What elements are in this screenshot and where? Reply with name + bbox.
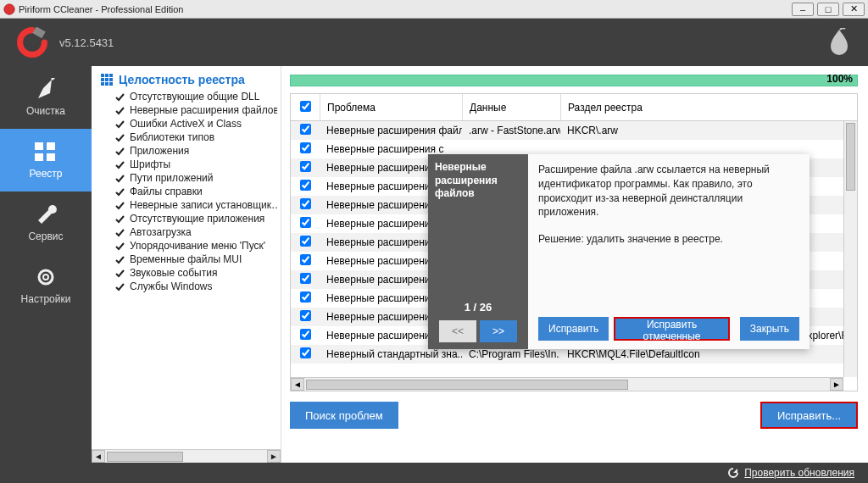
search-problems-button[interactable]: Поиск проблем	[290, 402, 398, 429]
checklist-item-label: Библиотеки типов	[130, 131, 214, 143]
sidebar-item-tools[interactable]: Сервис	[0, 192, 92, 254]
status-bar: Проверить обновления	[0, 463, 868, 483]
progress-bar	[290, 75, 858, 86]
svg-rect-4	[47, 142, 55, 150]
close-button[interactable]: ✕	[843, 3, 865, 16]
sidebar-item-label: Сервис	[28, 230, 63, 242]
checklist-item[interactable]: Временные файлы MUI	[100, 253, 277, 266]
svg-line-2	[52, 78, 57, 80]
sidebar-item-cleaner[interactable]: Очистка	[0, 66, 92, 129]
checkmark-icon	[115, 147, 125, 156]
checklist-item-label: Файлы справки	[130, 186, 203, 197]
cell-data: .arw - FastStone.arw	[462, 125, 560, 136]
checkmark-icon	[115, 133, 125, 142]
grid-icon	[33, 141, 58, 163]
select-all-checkbox[interactable]	[300, 101, 311, 112]
vscroll-thumb[interactable]	[846, 123, 855, 191]
checklist-item[interactable]: Файлы справки	[100, 185, 277, 198]
piriform-logo	[827, 28, 851, 57]
cell-problem: Неверные расширения с	[320, 143, 462, 155]
checkmark-icon	[115, 282, 125, 291]
checklist-item-label: Неверные записи установщик…	[130, 199, 277, 211]
checklist-item[interactable]: Автозагрузка	[100, 225, 277, 239]
table-hscrollbar[interactable]: ◄ ►	[291, 377, 843, 391]
check-updates-link[interactable]: Проверить обновления	[744, 467, 854, 479]
checklist-item[interactable]: Ошибки ActiveX и Class	[100, 117, 277, 130]
row-checkbox[interactable]	[300, 124, 311, 135]
maximize-button[interactable]: □	[817, 3, 839, 16]
row-checkbox[interactable]	[300, 198, 311, 209]
popup-next-button[interactable]: >>	[480, 320, 517, 342]
checklist-item[interactable]: Звуковые события	[100, 266, 277, 280]
checkmark-icon	[115, 119, 125, 129]
popup-close-button[interactable]: Закрыть	[740, 317, 799, 341]
row-checkbox[interactable]	[300, 329, 311, 340]
row-checkbox[interactable]	[300, 236, 311, 247]
scroll-right-arrow[interactable]: ►	[267, 450, 281, 463]
sidebar-item-options[interactable]: Настройки	[0, 254, 92, 317]
checklist-item[interactable]: Отсутствующие приложения	[100, 212, 277, 225]
table-row[interactable]: Неверные расширения файлов .arw - FastSt…	[291, 121, 843, 140]
col-header-problem[interactable]: Проблема	[320, 94, 462, 120]
checklist-item-label: Временные файлы MUI	[130, 253, 242, 265]
version-label: v5.12.5431	[59, 36, 827, 49]
app-icon	[3, 3, 15, 15]
svg-rect-15	[101, 82, 104, 86]
checklist-item-label: Отсутствующие общие DLL	[130, 91, 259, 103]
popup-fix-button[interactable]: Исправить	[538, 317, 609, 341]
ccleaner-logo	[17, 27, 47, 58]
row-checkbox[interactable]	[300, 217, 311, 228]
checkmark-icon	[115, 255, 125, 264]
app-header: v5.12.5431	[0, 19, 868, 66]
checklist-item[interactable]: Приложения	[100, 144, 277, 158]
table-scroll-left[interactable]: ◄	[291, 378, 304, 391]
checklist-item[interactable]: Шрифты	[100, 158, 277, 171]
svg-rect-11	[109, 74, 113, 77]
row-checkbox[interactable]	[300, 347, 311, 358]
window-title: Piriform CCleaner - Professional Edition	[19, 4, 792, 14]
sidebar-item-registry[interactable]: Реестр	[0, 129, 92, 192]
broom-icon	[33, 78, 58, 100]
checklist-item-label: Приложения	[130, 145, 189, 157]
row-checkbox[interactable]	[300, 273, 311, 284]
checklist-item[interactable]: Службы Windows	[100, 280, 277, 293]
checkmark-icon	[115, 174, 125, 183]
checklist-item[interactable]: Упорядочивание меню 'Пуск'	[100, 239, 277, 253]
row-checkbox[interactable]	[300, 310, 311, 321]
popup-fix-selected-button[interactable]: Исправить отмеченные	[614, 317, 729, 341]
checklist-item-label: Шрифты	[130, 158, 170, 170]
col-header-registry[interactable]: Раздел реестра	[560, 94, 857, 120]
svg-point-8	[43, 275, 48, 280]
checklist-item[interactable]: Неверные записи установщик…	[100, 198, 277, 212]
checkmark-icon	[115, 228, 125, 237]
col-header-data[interactable]: Данные	[462, 94, 560, 120]
popup-solution: Решение: удалить значение в реестре.	[538, 233, 799, 245]
table-scroll-right[interactable]: ►	[830, 378, 843, 391]
svg-rect-12	[101, 78, 104, 81]
popup-counter: 1 / 26	[435, 301, 521, 320]
checklist-item[interactable]: Пути приложений	[100, 171, 277, 185]
row-checkbox[interactable]	[300, 291, 311, 303]
checklist-item[interactable]: Неверные расширения файлов	[100, 103, 277, 117]
svg-rect-3	[35, 142, 43, 150]
scroll-left-arrow[interactable]: ◄	[92, 450, 105, 463]
row-checkbox[interactable]	[300, 142, 311, 153]
table-vscrollbar[interactable]	[843, 121, 857, 377]
minimize-button[interactable]: –	[792, 3, 814, 16]
row-checkbox[interactable]	[300, 254, 311, 265]
row-checkbox[interactable]	[300, 161, 311, 172]
fix-problems-button[interactable]: Исправить...	[760, 402, 858, 429]
sidebar-item-label: Настройки	[21, 293, 71, 305]
wrench-icon	[33, 203, 58, 225]
scroll-thumb[interactable]	[107, 452, 183, 462]
row-checkbox[interactable]	[300, 180, 311, 191]
cell-registry: HKCR\.arw	[560, 125, 843, 136]
table-scroll-thumb[interactable]	[306, 380, 628, 390]
refresh-icon	[727, 467, 739, 479]
checkmark-icon	[115, 214, 125, 224]
checklist-scrollbar[interactable]: ◄ ►	[92, 449, 281, 463]
cell-problem: Неверный стандартный зна...	[320, 348, 462, 360]
popup-prev-button[interactable]: <<	[439, 320, 476, 342]
checklist-item[interactable]: Библиотеки типов	[100, 130, 277, 144]
checklist-item[interactable]: Отсутствующие общие DLL	[100, 90, 277, 103]
